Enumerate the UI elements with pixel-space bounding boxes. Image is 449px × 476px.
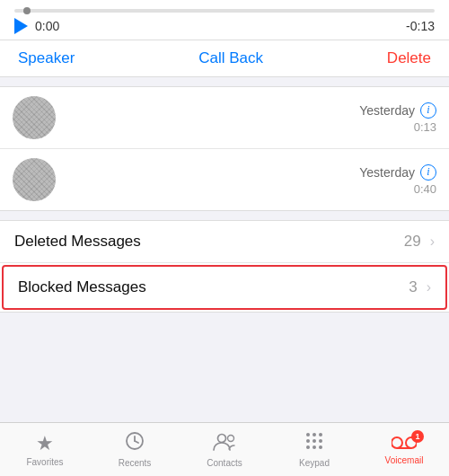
favorites-label: Favorites: [26, 457, 63, 467]
recents-icon: [125, 431, 145, 456]
blocked-chevron-icon: ›: [427, 279, 431, 295]
voicemail-meta-1: Yesterday i 0:13: [359, 102, 436, 134]
tab-recents[interactable]: Recents: [90, 431, 180, 468]
svg-point-5: [306, 433, 310, 436]
voicemail-duration-2: 0:40: [414, 182, 436, 196]
avatar-2: [13, 158, 56, 201]
tab-voicemail[interactable]: 1 Voicemail: [359, 434, 449, 465]
action-buttons-row: Speaker Call Back Delete: [0, 40, 449, 77]
tab-contacts[interactable]: Contacts: [180, 431, 269, 468]
svg-point-7: [319, 433, 322, 436]
blocked-messages-count: 3: [409, 278, 417, 296]
call-back-button[interactable]: Call Back: [198, 49, 263, 67]
voicemail-badge: 1: [411, 430, 424, 443]
voicemail-icon-wrap: 1: [392, 434, 417, 454]
deleted-messages-row[interactable]: Deleted Messages 29 ›: [0, 221, 449, 263]
contacts-label: Contacts: [207, 458, 242, 468]
audio-controls: 0:00 -0:13: [14, 18, 435, 34]
meta-row-1: Yesterday i: [359, 102, 436, 119]
keypad-label: Keypad: [299, 458, 330, 468]
meta-row-2: Yesterday i: [359, 164, 436, 181]
keypad-icon: [304, 431, 324, 456]
progress-bar[interactable]: [14, 9, 435, 13]
svg-point-11: [306, 445, 310, 449]
deleted-messages-count: 29: [404, 233, 421, 251]
contacts-icon: [213, 431, 236, 456]
svg-point-8: [306, 439, 310, 443]
voicemail-item-1[interactable]: Yesterday i 0:13: [0, 87, 449, 149]
audio-left: 0:00: [14, 18, 59, 34]
avatar-1: [13, 96, 56, 139]
svg-point-14: [392, 437, 402, 448]
svg-point-6: [313, 433, 316, 436]
speaker-button[interactable]: Speaker: [18, 49, 75, 67]
svg-line-2: [135, 441, 138, 443]
current-time: 0:00: [35, 19, 59, 33]
delete-button[interactable]: Delete: [387, 49, 431, 67]
favorites-icon: ★: [36, 432, 54, 455]
progress-thumb: [23, 7, 31, 14]
svg-point-9: [313, 439, 316, 443]
svg-point-12: [313, 445, 316, 449]
voicemail-label: Voicemail: [385, 455, 424, 465]
voicemail-item-2[interactable]: Yesterday i 0:40: [0, 149, 449, 210]
deleted-messages-label: Deleted Messages: [14, 233, 404, 251]
svg-point-13: [319, 445, 322, 449]
recents-label: Recents: [119, 458, 152, 468]
tab-favorites[interactable]: ★ Favorites: [0, 432, 90, 467]
blocked-messages-row[interactable]: Blocked Messages 3 ›: [2, 265, 447, 310]
svg-point-10: [319, 439, 322, 443]
voicemail-duration-1: 0:13: [414, 120, 436, 134]
info-icon-1[interactable]: i: [420, 102, 436, 119]
voicemail-date-2: Yesterday: [359, 165, 415, 180]
tab-keypad[interactable]: Keypad: [269, 431, 359, 468]
svg-point-3: [218, 435, 226, 443]
play-icon[interactable]: [14, 18, 28, 34]
voicemail-meta-2: Yesterday i 0:40: [359, 164, 436, 196]
messages-section: Deleted Messages 29 › Blocked Messages 3…: [0, 220, 449, 313]
blocked-messages-label: Blocked Messages: [18, 278, 409, 296]
svg-point-4: [228, 436, 234, 442]
voicemail-date-1: Yesterday: [359, 103, 415, 118]
audio-player: 0:00 -0:13: [0, 0, 449, 40]
voicemail-list: Yesterday i 0:13 Yesterday i 0:40: [0, 86, 449, 211]
tab-bar: ★ Favorites Recents Contacts: [0, 422, 449, 476]
info-icon-2[interactable]: i: [420, 164, 436, 181]
deleted-chevron-icon: ›: [430, 234, 435, 250]
remaining-time: -0:13: [406, 19, 435, 33]
